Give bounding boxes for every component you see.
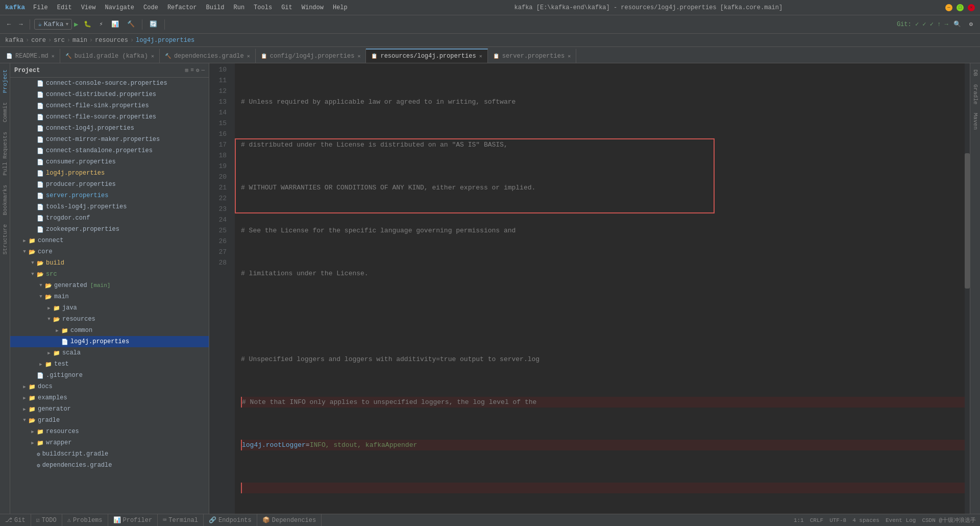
tree-item-connect-standalone[interactable]: 📄 connect-standalone.properties xyxy=(10,145,209,156)
tree-item-connect-file-source[interactable]: 📄 connect-file-source.properties xyxy=(10,111,209,123)
minimize-button[interactable]: — xyxy=(945,4,952,11)
project-panel-collapse[interactable]: ≡ xyxy=(190,67,194,74)
tree-folder-generated[interactable]: ▼ 📂 generated [main] xyxy=(10,280,209,291)
tree-item-consumer[interactable]: 📄 consumer.properties xyxy=(10,156,209,168)
tree-item-zookeeper[interactable]: 📄 zookeeper.properties xyxy=(10,224,209,235)
tab-close-config-log4j[interactable]: ✕ xyxy=(357,53,360,59)
project-panel-settings[interactable]: ⚙ xyxy=(196,67,200,74)
tree-item-connect-mirror[interactable]: 📄 connect-mirror-maker.properties xyxy=(10,134,209,145)
encoding-status[interactable]: UTF-8 xyxy=(829,517,846,523)
tree-item-producer[interactable]: 📄 producer.properties xyxy=(10,179,209,190)
tree-folder-resources[interactable]: ▼ 📂 resources xyxy=(10,314,209,325)
run-config-selector[interactable]: ☕ Kafka ▼ xyxy=(34,19,72,30)
sync-button[interactable]: 🔄 xyxy=(146,19,160,30)
event-log[interactable]: Event Log xyxy=(886,517,916,523)
database-icon[interactable]: DB xyxy=(971,65,979,80)
tree-folder-docs[interactable]: ▶ 📁 docs xyxy=(10,381,209,392)
tree-folder-examples[interactable]: ▶ 📁 examples xyxy=(10,392,209,403)
tab-build-gradle[interactable]: 🔨 build.gradle (kafka) ✕ xyxy=(60,49,160,63)
pull-requests-icon[interactable]: Pull Requests xyxy=(1,128,9,180)
tree-folder-scala[interactable]: ▶ 📁 scala xyxy=(10,347,209,358)
breadcrumb-resources[interactable]: resources xyxy=(95,37,128,44)
menu-code[interactable]: Code xyxy=(139,3,162,13)
menu-git[interactable]: Git xyxy=(277,3,297,13)
maximize-button[interactable]: □ xyxy=(957,4,964,11)
tree-folder-main[interactable]: ▼ 📂 main xyxy=(10,291,209,302)
menu-navigate[interactable]: Navigate xyxy=(101,3,138,13)
tree-folder-test[interactable]: ▶ 📁 test xyxy=(10,358,209,370)
cursor-position[interactable]: 1:1 xyxy=(794,517,804,523)
debug-button[interactable]: 🐛 xyxy=(81,19,94,30)
breadcrumb-core[interactable]: core xyxy=(31,37,46,44)
bottom-tab-dependencies[interactable]: 📦 Dependencies xyxy=(257,514,322,526)
tree-item-log4j-yellow[interactable]: 📄 log4j.properties xyxy=(10,168,209,179)
maven-icon[interactable]: Maven xyxy=(971,109,979,134)
tree-item-tools-log4j[interactable]: 📄 tools-log4j.properties xyxy=(10,201,209,212)
menu-refactor[interactable]: Refactor xyxy=(163,3,201,13)
tree-folder-wrapper[interactable]: ▶ 📁 wrapper xyxy=(10,437,209,448)
bottom-tab-endpoints[interactable]: 🔗 Endpoints xyxy=(204,514,257,526)
search-button[interactable]: 🔍 xyxy=(950,19,964,30)
breadcrumb-kafka[interactable]: kafka xyxy=(5,37,23,44)
tree-item-log4j-selected[interactable]: 📄 log4j.properties xyxy=(10,336,209,347)
tree-item-connect-file-sink[interactable]: 📄 connect-file-sink.properties xyxy=(10,100,209,111)
close-button[interactable]: ✕ xyxy=(968,4,975,11)
menu-build[interactable]: Build xyxy=(202,3,228,13)
menu-file[interactable]: File xyxy=(29,3,52,13)
tree-folder-generator[interactable]: ▶ 📁 generator xyxy=(10,403,209,415)
tree-folder-connect[interactable]: ▶ 📁 connect xyxy=(10,235,209,246)
menu-tools[interactable]: Tools xyxy=(250,3,276,13)
project-icon[interactable]: Project xyxy=(1,65,9,97)
tree-item-server-props[interactable]: 📄 server.properties xyxy=(10,190,209,201)
tree-folder-java[interactable]: ▶ 📁 java xyxy=(10,302,209,314)
tree-folder-gradle[interactable]: ▼ 📂 gradle xyxy=(10,415,209,426)
tree-item-connect-console-source[interactable]: 📄 connect-console-source.properties xyxy=(10,78,209,89)
menu-view[interactable]: View xyxy=(77,3,100,13)
menu-run[interactable]: Run xyxy=(230,3,249,13)
tab-close-build-gradle[interactable]: ✕ xyxy=(151,53,154,59)
bottom-tab-git[interactable]: ⎇ Git xyxy=(0,514,31,526)
tab-close-server-props[interactable]: ✕ xyxy=(568,53,571,59)
forward-button[interactable]: → xyxy=(16,19,26,30)
back-button[interactable]: ← xyxy=(4,19,14,30)
commit-icon[interactable]: Commit xyxy=(1,98,9,127)
tab-close-readme[interactable]: ✕ xyxy=(52,53,55,59)
tree-item-connect-distributed[interactable]: 📄 connect-distributed.properties xyxy=(10,89,209,100)
tab-resources-log4j[interactable]: 📋 resources/log4j.properties ✕ xyxy=(366,49,487,63)
code-area[interactable]: 10 11 12 13 14 15 16 17 18 19 20 21 22 2… xyxy=(209,63,970,514)
tree-item-connect-log4j[interactable]: 📄 connect-log4j.properties xyxy=(10,123,209,134)
tree-folder-gradle-resources[interactable]: ▶ 📁 resources xyxy=(10,426,209,437)
profile-button[interactable]: 📊 xyxy=(108,19,122,30)
editor-scrollbar[interactable] xyxy=(965,63,970,514)
tree-item-trogdor[interactable]: 📄 trogdor.conf xyxy=(10,212,209,224)
breadcrumb-file[interactable]: log4j.properties xyxy=(136,37,194,44)
menu-edit[interactable]: Edit xyxy=(53,3,76,13)
build-button[interactable]: 🔨 xyxy=(124,19,138,30)
tree-folder-common[interactable]: ▶ 📁 common xyxy=(10,325,209,336)
tree-folder-build[interactable]: ▼ 📂 build xyxy=(10,257,209,269)
bottom-tab-profiler[interactable]: 📊 Profiler xyxy=(108,514,158,526)
tree-item-gitignore[interactable]: 📄 .gitignore xyxy=(10,370,209,381)
tree-item-buildscript[interactable]: ⚙ buildscript.gradle xyxy=(10,448,209,460)
scroll-thumb[interactable] xyxy=(965,153,970,289)
bottom-tab-terminal[interactable]: ⌨ Terminal xyxy=(158,514,204,526)
tab-readme[interactable]: 📄 README.md ✕ xyxy=(1,49,60,63)
run-button[interactable]: ▶ xyxy=(74,20,78,29)
tab-close-deps-gradle[interactable]: ✕ xyxy=(247,53,250,59)
tab-server-props[interactable]: 📋 server.properties ✕ xyxy=(488,49,576,63)
tree-folder-core[interactable]: ▼ 📂 core xyxy=(10,246,209,257)
tree-folder-src[interactable]: ▼ 📂 src xyxy=(10,269,209,280)
structure-icon[interactable]: Structure xyxy=(1,220,9,258)
tab-close-resources-log4j[interactable]: ✕ xyxy=(479,53,482,59)
tree-item-deps-gradle[interactable]: ⚙ dependencies.gradle xyxy=(10,460,209,471)
menu-window[interactable]: Window xyxy=(298,3,328,13)
settings-button[interactable]: ⚙ xyxy=(966,19,976,30)
tab-dependencies-gradle[interactable]: 🔨 dependencies.gradle ✕ xyxy=(160,49,256,63)
tab-config-log4j[interactable]: 📋 config/log4j.properties ✕ xyxy=(256,49,366,63)
project-panel-expand[interactable]: ⊞ xyxy=(185,67,189,74)
breadcrumb-src[interactable]: src xyxy=(54,37,65,44)
indent-status[interactable]: 4 spaces xyxy=(852,517,879,523)
crlf-status[interactable]: CRLF xyxy=(810,517,823,523)
code-content[interactable]: # Unless required by applicable law or a… xyxy=(235,63,965,514)
gradle-right-icon[interactable]: Gradle xyxy=(971,80,979,109)
